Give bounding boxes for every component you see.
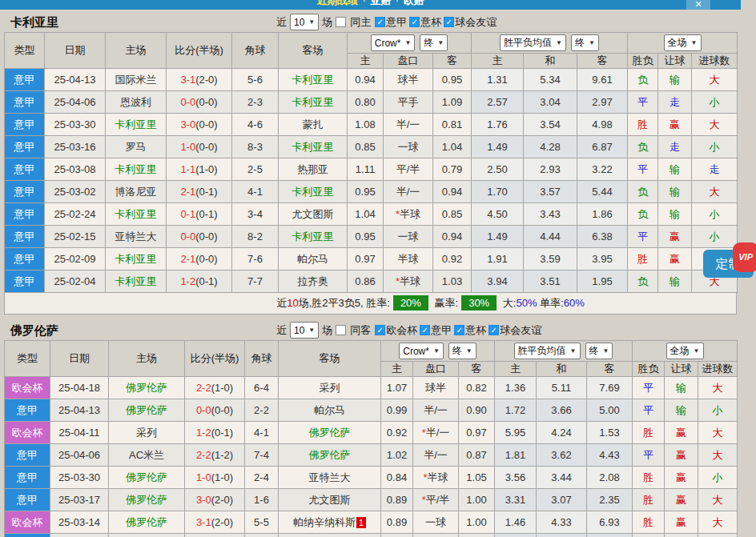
match-date: 25-04-06 [45, 91, 106, 114]
league-checkbox[interactable]: ✓ [375, 17, 385, 27]
table-row: 欧会杯25-04-11采列1-2(0-1)4-1佛罗伦萨0.92*半/一0.97… [5, 422, 738, 444]
euro-away-odds: 4.43 [587, 444, 633, 467]
score-cell: 3-1(2-0) [167, 69, 232, 91]
match-type-badge: 意甲 [5, 158, 45, 181]
bookmaker-select[interactable]: Crow*▼ [371, 34, 416, 51]
league-checkbox[interactable]: ✓ [420, 325, 430, 335]
sub-handicap: 盘口 [384, 54, 433, 69]
asia-home-odds: 0.92 [381, 422, 413, 444]
away-team: 采列 [279, 377, 381, 399]
handicap-result: 输 [658, 271, 692, 293]
fulltime-score: 1-0 [196, 471, 211, 483]
match-type-badge: 欧会杯 [5, 377, 50, 399]
sub-eu-draw: 和 [537, 362, 587, 377]
scope-select[interactable]: 全场▼ [666, 343, 704, 359]
goals-result: 大 [692, 114, 738, 136]
league-checkbox[interactable]: ✓ [489, 325, 499, 335]
tab-euro-odds[interactable]: 欧赔 [404, 0, 424, 6]
asia-away-odds: 0.85 [433, 203, 472, 226]
table-row: 意甲25-02-24卡利亚里0-1(0-1)3-4尤文图斯1.04*半球0.85… [5, 203, 738, 226]
fulltime-score: 2-2 [196, 449, 211, 461]
same-venue-checkbox[interactable] [336, 325, 346, 335]
final-odds-select[interactable]: 终▼ [571, 34, 599, 51]
score-cell: 2-1(1-0) [185, 534, 245, 537]
handicap-text: 平手 [398, 96, 419, 108]
customize-vip-button[interactable]: 定制 VIP [703, 250, 754, 278]
league-checkbox[interactable]: ✓ [444, 17, 454, 27]
chevron-down-icon: ▼ [433, 347, 440, 355]
match-date: 25-02-04 [45, 271, 106, 293]
handicap-result: 赢 [665, 489, 698, 511]
match-result: 负 [628, 181, 658, 203]
final-odds-select[interactable]: 终▼ [448, 343, 477, 359]
asia-away-odds: 1.04 [433, 136, 472, 158]
league-checkbox[interactable]: ✓ [409, 17, 420, 27]
goals-result: 小 [692, 226, 738, 248]
corner-count: 2-2 [245, 399, 279, 422]
asia-home-odds: 1.04 [348, 203, 384, 226]
col-corner: 角球 [245, 341, 279, 377]
euro-draw-odds: 3.51 [524, 271, 577, 293]
euro-draw-odds: 3.83 [537, 534, 587, 537]
score-cell: 2-2(1-0) [185, 377, 245, 399]
goals-result: 大 [698, 489, 738, 511]
home-team: 佛罗伦萨 [109, 399, 185, 422]
score-cell: 2-1(0-0) [167, 248, 232, 271]
final-odds-select[interactable]: 终▼ [585, 343, 613, 359]
score-cell: 0-0(0-0) [167, 226, 232, 248]
tab-asian-odds[interactable]: 亚赔 [371, 0, 392, 6]
euro-away-odds: 2.35 [587, 489, 633, 511]
handicap-line: 平/半 [384, 158, 433, 181]
fulltime-score: 3-0 [196, 494, 211, 506]
away-team: 卡利亚里 [279, 69, 348, 91]
goals-result: 小 [692, 136, 738, 158]
games-count-select[interactable]: 10▼ [290, 14, 319, 30]
scope-select[interactable]: 全场▼ [664, 34, 702, 51]
table-row: 意甲25-03-16罗马1-0(0-0)8-3卡利亚里0.85一球1.041.4… [5, 136, 738, 158]
match-type-badge: 意甲 [5, 271, 45, 293]
final-odds-select[interactable]: 终▼ [420, 34, 448, 51]
chevron-down-icon: ▼ [466, 347, 472, 355]
handicap-text: 半/一 [396, 186, 420, 198]
handicap-line: 一球 [413, 534, 459, 537]
asia-home-odds: 0.95 [348, 181, 384, 203]
goals-result: 大 [698, 422, 738, 444]
col-type: 类型 [5, 341, 50, 377]
league-checkbox[interactable]: ✓ [454, 325, 464, 335]
handicap-result: 走 [665, 534, 698, 537]
same-venue-label: 同客 [350, 323, 371, 338]
sub-asia-home: 主 [381, 362, 413, 377]
avg-odds-select[interactable]: 胜平负均值▼ [500, 34, 566, 51]
handicap-result: 输 [658, 203, 692, 226]
avg-odds-select[interactable]: 胜平负均值▼ [514, 343, 581, 359]
fulltime-score: 1-2 [180, 275, 195, 287]
league-filter-list: ✓欧会杯✓意甲✓意杯✓球会友谊 [375, 323, 542, 338]
bookmaker-select[interactable]: Crow*▼ [399, 343, 444, 359]
same-venue-checkbox[interactable] [336, 17, 346, 27]
handicap-text: 球半 [398, 74, 419, 86]
games-count-select[interactable]: 10▼ [290, 322, 319, 339]
asia-away-odds: 0.97 [459, 422, 495, 444]
section-header-cagliari: 卡利亚里 近 10▼ 场 同主 ✓意甲✓意杯✓球会友谊 [4, 13, 737, 32]
away-team: 佛罗伦萨 [279, 444, 381, 467]
handicap-text: 半/一 [424, 404, 448, 416]
corner-count: 5-6 [232, 69, 279, 91]
close-icon[interactable]: ✕ [686, 0, 710, 10]
sub-goals: 进球数 [698, 362, 738, 377]
matches-table-fiorentina: 类型 日期 主场 比分(半场) 角球 客场 Crow*▼ 终▼ 胜平负均值▼ 终… [4, 340, 738, 537]
euro-draw-odds: 5.34 [524, 69, 577, 91]
league-checkbox[interactable]: ✓ [375, 325, 385, 335]
score-cell: 0-0(0-0) [167, 91, 232, 114]
match-result: 平 [633, 399, 665, 422]
result-group: 全场▼ [633, 341, 738, 362]
asia-home-odds: 0.94 [348, 69, 384, 91]
tab-recent-results[interactable]: 近期战绩 [316, 0, 358, 6]
corner-count: 2-5 [232, 158, 279, 181]
home-team: 博洛尼亚 [106, 181, 167, 203]
fulltime-score: 3-0 [180, 118, 195, 130]
away-team: 尤文图斯 [279, 489, 381, 511]
asia-away-odds: 0.87 [459, 444, 495, 467]
handicap-line: 半/一 [384, 181, 433, 203]
handicap-line: 半/一 [384, 114, 433, 136]
corner-count: 4-4 [245, 534, 279, 537]
